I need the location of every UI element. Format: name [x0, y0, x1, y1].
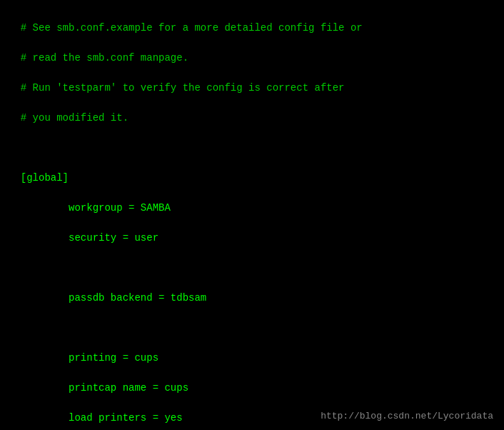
global-passdb: passdb backend = tdbsam	[21, 292, 206, 304]
comment-line-2: # read the smb.conf manpage.	[21, 52, 188, 64]
global-printing: printing = cups	[21, 352, 158, 364]
watermark-url: http://blog.csdn.net/Lycoridata	[321, 409, 493, 424]
comment-line-4: # you modified it.	[21, 112, 128, 124]
global-load-printers: load printers = yes	[21, 412, 183, 424]
comment-line-1: # See smb.conf.example for a more detail…	[21, 22, 363, 34]
comment-line-3: # Run 'testparm' to verify the config is…	[21, 82, 345, 94]
config-file: # See smb.conf.example for a more detail…	[9, 6, 495, 430]
global-section-header: [global]	[21, 172, 69, 184]
global-workgroup: workgroup = SAMBA	[21, 202, 171, 214]
global-printcap: printcap name = cups	[21, 382, 188, 394]
global-security: security = user	[21, 232, 158, 244]
